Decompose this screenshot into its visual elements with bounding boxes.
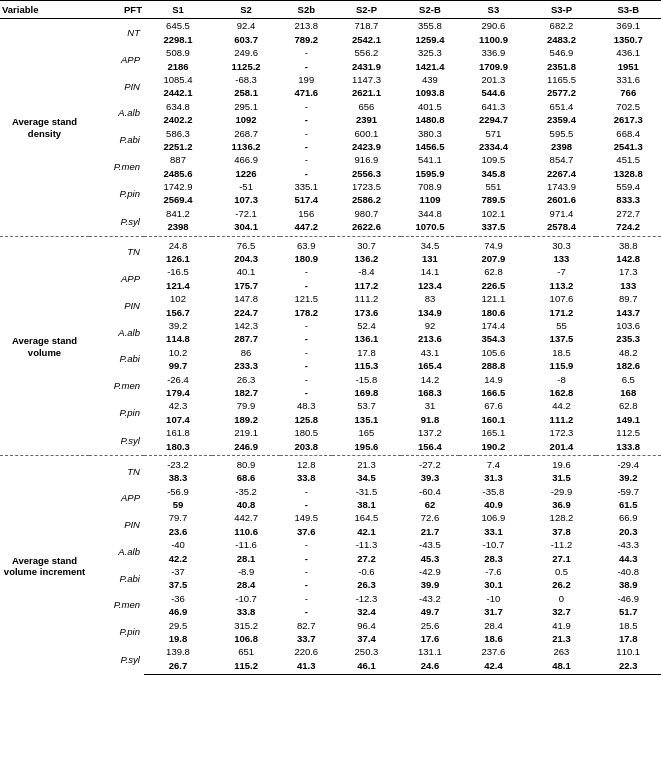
data-cell: 109.5: [459, 153, 527, 166]
data-cell: 1136.2: [212, 140, 280, 153]
data-cell: 117.2: [332, 279, 400, 292]
data-cell: 0.5: [527, 565, 595, 578]
data-cell: 136.1: [332, 332, 400, 345]
data-cell: 2542.1: [332, 33, 400, 46]
data-cell: 128.2: [527, 511, 595, 524]
data-cell: 213.6: [401, 332, 460, 345]
data-cell: 28.3: [459, 552, 527, 565]
data-cell: 121.1: [459, 292, 527, 305]
data-cell: 17.8: [596, 632, 661, 645]
header-cell-s1: S1: [144, 1, 212, 19]
data-cell: 53.7: [332, 399, 400, 412]
data-cell: 980.7: [332, 207, 400, 220]
data-cell: 1743.9: [527, 180, 595, 193]
data-cell: 1723.5: [332, 180, 400, 193]
data-cell: 380.3: [401, 127, 460, 140]
data-cell: 40.1: [212, 265, 280, 278]
data-cell: 115.9: [527, 359, 595, 372]
variable-cell: Average stand density: [0, 19, 89, 236]
data-cell: -11.2: [527, 538, 595, 551]
data-cell: 42.4: [459, 659, 527, 675]
header-cell-s2b: S2b: [280, 1, 332, 19]
data-cell: 1070.5: [401, 220, 460, 236]
data-cell: 2578.4: [527, 220, 595, 236]
data-cell: 46.1: [332, 659, 400, 675]
data-cell: 189.2: [212, 413, 280, 426]
data-cell: 2398: [144, 220, 212, 236]
pft-cell: PIN: [89, 73, 144, 100]
data-cell: 37.5: [144, 578, 212, 591]
data-cell: 79.7: [144, 511, 212, 524]
data-cell: -29.4: [596, 455, 661, 471]
data-cell: 1092: [212, 113, 280, 126]
data-cell: 147.8: [212, 292, 280, 305]
data-cell: 335.1: [280, 180, 332, 193]
data-cell: 137.5: [527, 332, 595, 345]
data-cell: 80.9: [212, 455, 280, 471]
data-cell: 1421.4: [401, 60, 460, 73]
data-cell: 203.8: [280, 440, 332, 456]
data-cell: -: [280, 498, 332, 511]
data-cell: 62: [401, 498, 460, 511]
data-cell: 2294.7: [459, 113, 527, 126]
data-cell: 166.5: [459, 386, 527, 399]
data-cell: -: [280, 167, 332, 180]
data-cell: 48.1: [527, 659, 595, 675]
data-cell: 833.3: [596, 193, 661, 206]
header-cell-s3-b: S3-B: [596, 1, 661, 19]
header-cell-s3: S3: [459, 1, 527, 19]
data-cell: 164.5: [332, 511, 400, 524]
data-cell: 471.6: [280, 86, 332, 99]
data-cell: 160.1: [459, 413, 527, 426]
data-cell: 887: [144, 153, 212, 166]
data-cell: 61.5: [596, 498, 661, 511]
pft-cell: P.abi: [89, 127, 144, 154]
data-cell: 38.3: [144, 471, 212, 484]
data-cell: -: [280, 127, 332, 140]
data-cell: 38.1: [332, 498, 400, 511]
data-cell: 571: [459, 127, 527, 140]
data-cell: 29.5: [144, 619, 212, 632]
data-cell: 74.9: [459, 236, 527, 252]
data-cell: 0: [527, 592, 595, 605]
data-cell: 207.9: [459, 252, 527, 265]
data-cell: 766: [596, 86, 661, 99]
data-cell: 26.3: [212, 373, 280, 386]
data-cell: 156.7: [144, 306, 212, 319]
data-cell: 1350.7: [596, 33, 661, 46]
data-cell: -: [280, 552, 332, 565]
data-cell: -: [280, 113, 332, 126]
data-cell: 544.6: [459, 86, 527, 99]
data-cell: 39.9: [401, 578, 460, 591]
data-cell: -0.6: [332, 565, 400, 578]
data-cell: 2617.3: [596, 113, 661, 126]
table-row: A.alb-40-11.6--11.3-43.5-10.7-11.2-43.3: [0, 538, 661, 551]
table-row: P.abi-37-8.9--0.6-42.9-7.60.5-40.8: [0, 565, 661, 578]
pft-cell: APP: [89, 265, 144, 292]
data-cell: 2298.1: [144, 33, 212, 46]
data-cell: 603.7: [212, 33, 280, 46]
data-cell: 17.6: [401, 632, 460, 645]
data-cell: -: [280, 538, 332, 551]
data-cell: -: [280, 140, 332, 153]
data-cell: 123.4: [401, 279, 460, 292]
data-cell: 1480.8: [401, 113, 460, 126]
data-cell: 107.4: [144, 413, 212, 426]
data-cell: 52.4: [332, 319, 400, 332]
data-cell: 287.7: [212, 332, 280, 345]
data-cell: -10.7: [459, 538, 527, 551]
data-cell: -: [280, 153, 332, 166]
data-cell: -43.2: [401, 592, 460, 605]
data-cell: 133.8: [596, 440, 661, 456]
table-row: P.pin1742.9-51335.11723.5708.95511743.95…: [0, 180, 661, 193]
data-cell: 2251.2: [144, 140, 212, 153]
header-cell-s3-p: S3-P: [527, 1, 595, 19]
data-cell: -42.9: [401, 565, 460, 578]
data-cell: 30.3: [527, 236, 595, 252]
data-cell: 1147.3: [332, 73, 400, 86]
data-cell: 2359.4: [527, 113, 595, 126]
data-cell: 201.4: [527, 440, 595, 456]
header-cell-s2: S2: [212, 1, 280, 19]
data-cell: -: [280, 485, 332, 498]
data-cell: -56.9: [144, 485, 212, 498]
